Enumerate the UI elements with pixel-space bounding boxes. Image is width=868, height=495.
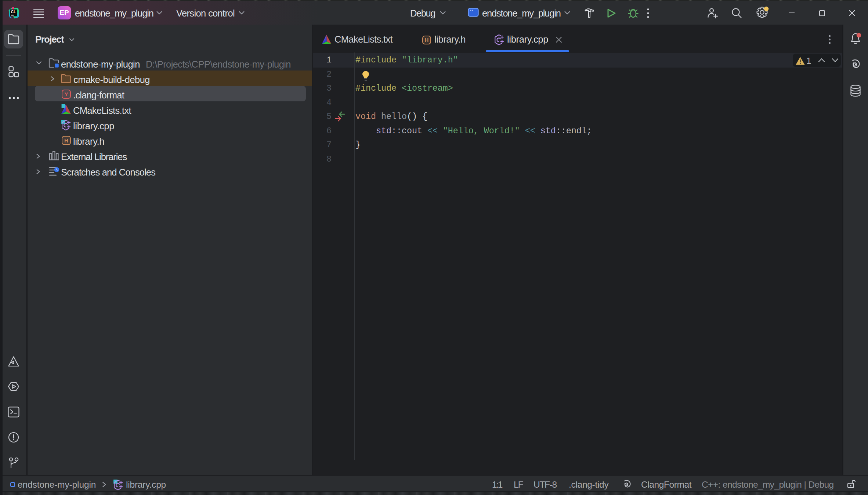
svg-text:CL: CL bbox=[11, 10, 16, 14]
